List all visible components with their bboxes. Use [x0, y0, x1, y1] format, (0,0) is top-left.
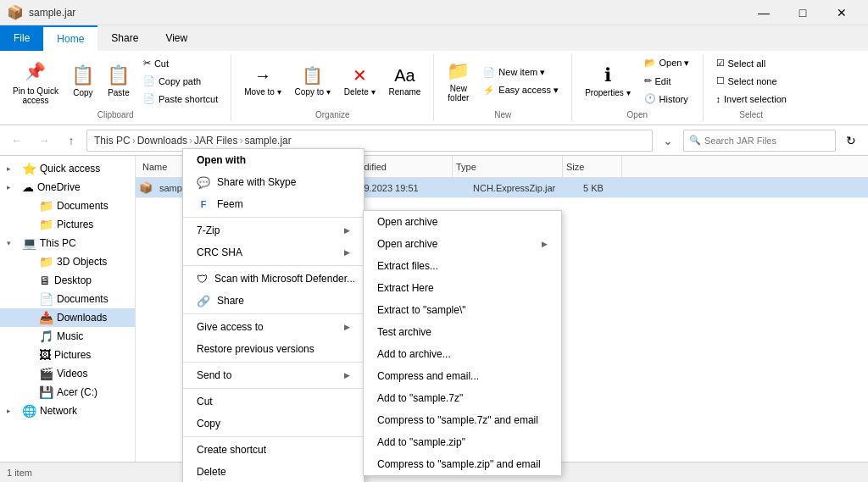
sidebar-item-videos[interactable]: 🎬 Videos: [0, 364, 135, 383]
copy-path-button[interactable]: 📄Copy path: [137, 73, 224, 90]
sidebar-item-documents-od[interactable]: 📁 Documents: [0, 197, 135, 215]
tab-share[interactable]: Share: [97, 25, 152, 51]
refresh-button[interactable]: ↻: [839, 129, 863, 152]
sidebar-item-pictures[interactable]: 🖼 Pictures: [0, 346, 135, 364]
cut-label: Cut: [197, 396, 213, 407]
edit-icon: ✏: [644, 75, 652, 86]
tab-home[interactable]: Home: [43, 25, 97, 51]
left-panel: ▸ ⭐ Quick access ▸ ☁ OneDrive 📁 Document…: [0, 156, 136, 462]
copy-icon: 📋: [71, 64, 94, 86]
ctx-extract-here[interactable]: Extract Here: [364, 277, 561, 299]
copy-path-label: Copy path: [159, 76, 201, 86]
7zip-label: 7-Zip: [197, 224, 220, 236]
delete-button[interactable]: ✕ Delete ▾: [338, 55, 381, 108]
ctx-add-7z[interactable]: Add to "sample.7z": [364, 387, 561, 409]
ctx-copy[interactable]: Copy: [183, 413, 364, 435]
ctx-create-shortcut[interactable]: Create shortcut: [183, 439, 364, 461]
up-button[interactable]: ↑: [59, 129, 83, 152]
close-button[interactable]: ✕: [822, 0, 861, 25]
open-label: Open: [627, 108, 648, 121]
select-none-button[interactable]: ☐Select none: [710, 73, 793, 90]
sidebar-item-downloads[interactable]: 📥 Downloads: [0, 308, 135, 327]
tab-file[interactable]: File: [0, 25, 43, 51]
history-button[interactable]: 🕐History: [638, 91, 696, 108]
paste-shortcut-label: Paste shortcut: [159, 94, 218, 104]
maximize-button[interactable]: □: [783, 0, 822, 25]
select-none-label: Select none: [728, 76, 777, 86]
sidebar-item-this-pc[interactable]: ▾ 💻 This PC: [0, 234, 135, 252]
ctx-share-skype[interactable]: 💬 Share with Skype: [183, 171, 364, 193]
select-all-button[interactable]: ☑Select all: [710, 55, 793, 72]
sidebar-item-acer[interactable]: 💾 Acer (C:): [0, 383, 135, 402]
copy-label: Copy: [197, 418, 220, 429]
ctx-compress-7z-email[interactable]: Compress to "sample.7z" and email: [364, 409, 561, 431]
ctx-restore-versions[interactable]: Restore previous versions: [183, 338, 364, 360]
ctx-test-archive[interactable]: Test archive: [364, 321, 561, 343]
paste-shortcut-button[interactable]: 📄Paste shortcut: [137, 91, 224, 108]
move-to-button[interactable]: → Move to ▾: [238, 55, 287, 108]
sidebar-item-quick-access[interactable]: ▸ ⭐ Quick access: [0, 159, 135, 178]
rename-button[interactable]: Aa Rename: [383, 55, 427, 108]
col-header-size[interactable]: Size: [563, 156, 622, 177]
pin-button[interactable]: 📌 Pin to Quickaccess: [7, 55, 64, 108]
open-button[interactable]: 📂Open ▾: [638, 55, 696, 72]
paste-button[interactable]: 📋 Paste: [102, 55, 136, 108]
ctx-cut[interactable]: Cut: [183, 391, 364, 413]
invert-selection-button[interactable]: ↕Invert selection: [710, 91, 793, 108]
desktop-label: Desktop: [54, 274, 92, 286]
ctx-compress-zip-email[interactable]: Compress to "sample.zip" and email: [364, 453, 561, 475]
search-input[interactable]: [704, 136, 830, 146]
ctx-send-to[interactable]: Send to: [183, 364, 364, 386]
ctx-feem[interactable]: F Feem: [183, 193, 364, 215]
separator: [183, 217, 364, 218]
cut-button[interactable]: ✂Cut: [137, 55, 224, 72]
minimize-button[interactable]: —: [744, 0, 783, 25]
ctx-extract-to[interactable]: Extract to "sample\": [364, 299, 561, 321]
ctx-open-archive[interactable]: Open archive: [364, 211, 561, 233]
ctx-compress-email[interactable]: Compress and email...: [364, 365, 561, 387]
ctx-scan-defender[interactable]: 🛡 Scan with Microsoft Defender...: [183, 268, 364, 290]
separator: [183, 388, 364, 389]
ctx-add-archive[interactable]: Add to archive...: [364, 343, 561, 365]
back-button[interactable]: ←: [5, 129, 29, 152]
share-icon: 🔗: [197, 295, 210, 307]
sidebar-item-network[interactable]: ▸ 🌐 Network: [0, 402, 135, 420]
sidebar-item-desktop[interactable]: 🖥 Desktop: [0, 271, 135, 290]
ctx-give-access[interactable]: Give access to: [183, 316, 364, 338]
copy-button[interactable]: 📋 Copy: [66, 55, 100, 108]
sidebar-item-music[interactable]: 🎵 Music: [0, 327, 135, 346]
expand-path-button[interactable]: ⌄: [656, 129, 680, 152]
invert-label: Invert selection: [724, 94, 787, 104]
crc-sha-label: CRC SHA: [197, 247, 242, 258]
ctx-crc-sha[interactable]: CRC SHA: [183, 241, 364, 263]
sidebar-item-pictures-od[interactable]: 📁 Pictures: [0, 215, 135, 234]
col-header-type[interactable]: Type: [453, 156, 563, 177]
ctx-add-zip[interactable]: Add to "sample.zip": [364, 431, 561, 453]
open-with-label: Open with: [197, 154, 246, 166]
ctx-extract-files[interactable]: Extract files...: [364, 255, 561, 277]
path-sample: sample.jar: [244, 135, 291, 147]
organize-label: Organize: [315, 108, 350, 121]
edit-button[interactable]: ✏Edit: [638, 73, 696, 90]
address-path[interactable]: This PC › Downloads › JAR Files › sample…: [86, 130, 653, 152]
properties-button[interactable]: ℹ Properties ▾: [579, 55, 636, 108]
forward-button[interactable]: →: [32, 129, 56, 152]
restore-versions-label: Restore previous versions: [197, 343, 314, 355]
ctx-open-archive2[interactable]: Open archive: [364, 233, 561, 255]
ctx-open-with[interactable]: Open with: [183, 149, 364, 171]
window-icon: 📦: [7, 4, 24, 20]
sidebar-item-onedrive[interactable]: ▸ ☁ OneDrive: [0, 178, 135, 197]
ctx-delete[interactable]: Delete: [183, 461, 364, 482]
copy-to-button[interactable]: 📋 Copy to ▾: [289, 55, 337, 108]
clipboard-items: 📌 Pin to Quickaccess 📋 Copy 📋 Paste ✂Cut…: [7, 54, 224, 108]
new-folder-button[interactable]: 📁 Newfolder: [441, 55, 476, 108]
ctx-7zip[interactable]: 7-Zip: [183, 219, 364, 241]
sidebar-item-3d-objects[interactable]: 📁 3D Objects: [0, 252, 135, 271]
sidebar-item-documents[interactable]: 📄 Documents: [0, 290, 135, 308]
easy-access-button[interactable]: ⚡Easy access ▾: [477, 81, 565, 98]
acer-icon: 💾: [39, 385, 53, 399]
documents-icon: 📄: [39, 292, 53, 306]
new-item-button[interactable]: 📄New item ▾: [477, 64, 565, 80]
tab-view[interactable]: View: [152, 25, 201, 51]
ctx-share[interactable]: 🔗 Share: [183, 290, 364, 312]
